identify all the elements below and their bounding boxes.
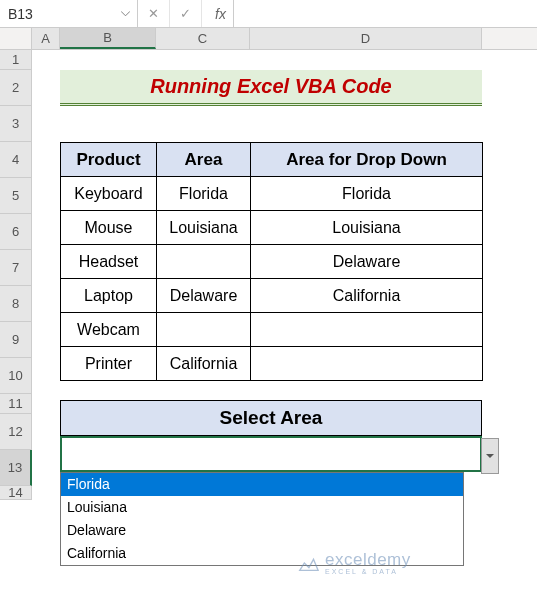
header-area[interactable]: Area (157, 143, 251, 177)
row-header-11[interactable]: 11 (0, 394, 31, 414)
column-header-c[interactable]: C (156, 28, 250, 49)
formula-bar: B13 ✕ ✓ fx (0, 0, 537, 28)
data-table: Product Area Area for Drop Down Keyboard… (60, 142, 483, 381)
column-header-d[interactable]: D (250, 28, 482, 49)
select-area-label[interactable]: Select Area (60, 400, 482, 436)
dropdown-item[interactable]: Florida (61, 473, 463, 496)
cell[interactable]: Louisiana (157, 211, 251, 245)
cell[interactable]: Mouse (61, 211, 157, 245)
header-product[interactable]: Product (61, 143, 157, 177)
cell[interactable]: Florida (251, 177, 483, 211)
row-header-12[interactable]: 12 (0, 414, 31, 450)
chevron-down-icon (486, 454, 494, 459)
cell[interactable]: Keyboard (61, 177, 157, 211)
cell[interactable]: Delaware (251, 245, 483, 279)
table-header-row: Product Area Area for Drop Down (61, 143, 483, 177)
cell[interactable]: California (251, 279, 483, 313)
watermark-brand: exceldemy (325, 550, 411, 570)
cell[interactable]: Printer (61, 347, 157, 381)
row-header-8[interactable]: 8 (0, 286, 31, 322)
row-header-5[interactable]: 5 (0, 178, 31, 214)
row-header-14[interactable]: 14 (0, 486, 31, 500)
row-header-13[interactable]: 13 (0, 450, 32, 486)
dropdown-item[interactable]: Louisiana (61, 496, 463, 519)
table-row: Printer California (61, 347, 483, 381)
fx-button[interactable]: fx (202, 0, 234, 27)
select-area-section: Select Area (60, 400, 482, 472)
cancel-button[interactable]: ✕ (138, 0, 170, 27)
cell[interactable]: California (157, 347, 251, 381)
column-header-a[interactable]: A (32, 28, 60, 49)
watermark: exceldemy EXCEL & DATA (297, 550, 411, 575)
enter-button[interactable]: ✓ (170, 0, 202, 27)
header-dropdown[interactable]: Area for Drop Down (251, 143, 483, 177)
table-row: Webcam (61, 313, 483, 347)
spreadsheet-content: Running Excel VBA Code Product Area Area… (32, 50, 537, 500)
table-row: Keyboard Florida Florida (61, 177, 483, 211)
formula-controls: ✕ ✓ fx (138, 0, 242, 27)
dropdown-item[interactable]: Delaware (61, 519, 463, 542)
row-header-6[interactable]: 6 (0, 214, 31, 250)
row-header-2[interactable]: 2 (0, 70, 31, 106)
cell[interactable]: Webcam (61, 313, 157, 347)
table-row: Mouse Louisiana Louisiana (61, 211, 483, 245)
row-header-4[interactable]: 4 (0, 142, 31, 178)
name-box[interactable]: B13 (8, 6, 117, 22)
table-row: Headset Delaware (61, 245, 483, 279)
cell[interactable]: Laptop (61, 279, 157, 313)
watermark-icon (297, 552, 319, 574)
row-header-9[interactable]: 9 (0, 322, 31, 358)
cell[interactable]: Florida (157, 177, 251, 211)
select-area-cell[interactable] (60, 436, 482, 472)
row-header-10[interactable]: 10 (0, 358, 31, 394)
column-headers: A B C D (0, 28, 537, 50)
title-cell[interactable]: Running Excel VBA Code (60, 70, 482, 106)
select-all-corner[interactable] (0, 28, 32, 49)
cell[interactable] (157, 313, 251, 347)
row-header-1[interactable]: 1 (0, 50, 31, 70)
cell[interactable]: Headset (61, 245, 157, 279)
cell[interactable] (251, 347, 483, 381)
row-header-7[interactable]: 7 (0, 250, 31, 286)
cell[interactable]: Delaware (157, 279, 251, 313)
name-box-dropdown-icon[interactable] (117, 6, 133, 22)
name-box-wrap[interactable]: B13 (0, 0, 138, 27)
cell[interactable] (251, 313, 483, 347)
dropdown-button[interactable] (481, 438, 499, 474)
row-headers: 1 2 3 4 5 6 7 8 9 10 11 12 13 14 (0, 50, 32, 500)
column-header-b[interactable]: B (60, 28, 156, 49)
page-title: Running Excel VBA Code (150, 75, 392, 98)
cell[interactable] (157, 245, 251, 279)
row-header-3[interactable]: 3 (0, 106, 31, 142)
table-row: Laptop Delaware California (61, 279, 483, 313)
cell[interactable]: Louisiana (251, 211, 483, 245)
